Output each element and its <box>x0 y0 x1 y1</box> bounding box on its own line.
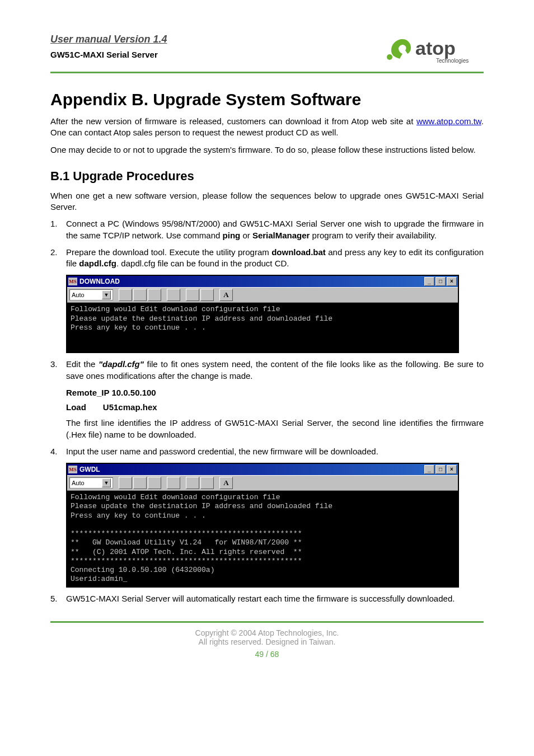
dropdown-arrow-icon: ▼ <box>102 290 111 299</box>
msdos-icon: MS <box>68 466 77 473</box>
window-title: GWDL <box>79 466 100 473</box>
toolbar-mark-button[interactable] <box>119 289 132 301</box>
font-size-select[interactable]: Auto ▼ <box>69 289 113 300</box>
config-remote-ip: Remote_IP 10.0.50.100 <box>66 387 484 398</box>
intro-paragraph-2: One may decide to or not to upgrade the … <box>50 144 484 156</box>
atop-logo: atop Technologies <box>383 34 484 67</box>
toolbar-paste-button[interactable] <box>148 477 161 489</box>
minimize-button[interactable]: _ <box>424 465 434 474</box>
console-toolbar: Auto ▼ A <box>67 287 458 303</box>
toolbar-mark-button[interactable] <box>119 477 132 489</box>
header-subtitle: GW51C-MAXI Serial Server <box>50 50 167 59</box>
toolbar-copy-button[interactable] <box>133 477 147 489</box>
svg-text:atop: atop <box>415 37 456 59</box>
copyright-line-1: Copyright © 2004 Atop Technologies, Inc. <box>50 628 484 637</box>
intro-paragraph-1: After the new version of firmware is rel… <box>50 116 484 139</box>
font-size-select[interactable]: Auto ▼ <box>69 477 113 489</box>
close-button[interactable]: × <box>447 465 457 474</box>
subsection-heading: B.1 Upgrade Procedures <box>50 169 484 184</box>
config-load: LoadU51cmap.hex <box>66 402 484 413</box>
maximize-button[interactable]: □ <box>435 277 446 286</box>
toolbar-background-button[interactable] <box>200 477 214 489</box>
config-note: The first line identifies the IP address… <box>66 417 484 440</box>
step-5: 5. GW51C-MAXI Serial Server will automat… <box>50 593 484 604</box>
toolbar-properties-button[interactable] <box>186 477 199 489</box>
toolbar-font-button[interactable]: A <box>219 289 233 301</box>
maximize-button[interactable]: □ <box>435 465 446 474</box>
window-title: DOWNLOAD <box>79 278 120 285</box>
appendix-heading: Appendix B. Upgrade System Software <box>50 90 484 109</box>
step-1: 1. Connect a PC (Windows 95/98/NT/2000) … <box>50 218 484 241</box>
step-2: 2. Prepare the download tool. Execute th… <box>50 247 484 270</box>
toolbar-paste-button[interactable] <box>148 289 161 301</box>
toolbar-font-button[interactable]: A <box>219 477 233 489</box>
toolbar-background-button[interactable] <box>200 289 214 301</box>
atop-website-link[interactable]: www.atop.com.tw <box>416 116 481 126</box>
header-title: User manual Version 1.4 <box>50 34 167 45</box>
svg-text:Technologies: Technologies <box>436 58 469 64</box>
svg-point-0 <box>387 54 392 60</box>
console-output: Following would Edit download configurat… <box>67 303 458 352</box>
close-button[interactable]: × <box>447 277 457 286</box>
dropdown-arrow-icon: ▼ <box>102 478 111 487</box>
toolbar-fullscreen-button[interactable] <box>167 289 180 301</box>
console-output: Following would Edit download configurat… <box>67 491 458 586</box>
step-4: 4. Input the user name and password cred… <box>50 446 484 457</box>
procedures-intro: When one get a new software version, ple… <box>50 190 484 213</box>
titlebar: MS DOWNLOAD _ □ × <box>67 276 458 287</box>
toolbar-copy-button[interactable] <box>133 289 147 301</box>
page-header: User manual Version 1.4 GW51C-MAXI Seria… <box>50 34 484 73</box>
download-console-window: MS DOWNLOAD _ □ × Auto ▼ A <box>66 275 459 353</box>
step-3: 3. Edit the "dapdl.cfg" file to fit ones… <box>50 359 484 382</box>
toolbar-properties-button[interactable] <box>186 289 199 301</box>
minimize-button[interactable]: _ <box>424 277 434 286</box>
page-footer: Copyright © 2004 Atop Technologies, Inc.… <box>50 621 484 659</box>
console-toolbar: Auto ▼ A <box>67 475 458 491</box>
page-number: 49 / 68 <box>50 650 484 659</box>
copyright-line-2: All rights reserved. Designed in Taiwan. <box>50 637 484 646</box>
msdos-icon: MS <box>68 278 77 285</box>
toolbar-fullscreen-button[interactable] <box>167 477 180 489</box>
titlebar: MS GWDL _ □ × <box>67 464 458 475</box>
gwdl-console-window: MS GWDL _ □ × Auto ▼ A <box>66 463 459 588</box>
